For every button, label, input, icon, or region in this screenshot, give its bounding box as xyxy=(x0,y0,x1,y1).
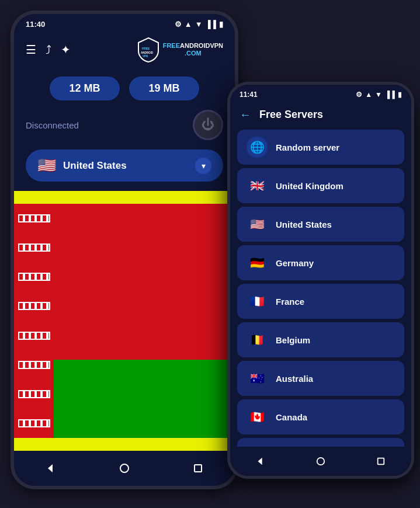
chevron-down-icon[interactable]: ▾ xyxy=(195,158,211,174)
logo-area: FREE ANDROID VPN FREEANDROIDVPN .COM xyxy=(137,37,223,62)
data-row: 12 MB 19 MB xyxy=(14,67,235,105)
server-item-uk[interactable]: 🇬🇧United Kingdom xyxy=(237,168,404,203)
ornament-2 xyxy=(18,243,50,252)
signal-icon-1: ▐▐ xyxy=(206,20,216,29)
server-name-uk: United Kingdom xyxy=(276,181,343,191)
settings-icon-1: ⚙ xyxy=(175,20,182,29)
server-name-ca: Canada xyxy=(276,412,307,422)
back-arrow[interactable]: ← xyxy=(239,108,251,121)
back-button-1[interactable] xyxy=(45,462,57,474)
status-icons-2: ⚙ ▲ ▼ ▐▐ ▮ xyxy=(356,91,402,99)
svg-text:ANDROID: ANDROID xyxy=(141,51,154,54)
server-flag-random: 🌐 xyxy=(247,137,268,158)
svg-point-7 xyxy=(317,458,324,465)
server-flag-be: 🇧🇪 xyxy=(247,329,268,350)
server-name-random: Random server xyxy=(276,142,339,152)
disconnect-label: Disconnected xyxy=(26,120,79,130)
server-name-au: Australia xyxy=(276,374,313,384)
server-item-de[interactable]: 🇩🇪Germany xyxy=(237,245,404,280)
status-bar-2: 11:41 ⚙ ▲ ▼ ▐▐ ▮ xyxy=(230,85,411,102)
server-name-fr: France xyxy=(276,297,304,307)
belarus-flag xyxy=(14,204,235,438)
power-icon: ⏻ xyxy=(202,117,214,133)
phone2-screen: 11:41 ⚙ ▲ ▼ ▐▐ ▮ ← Free Servers 🌐Random … xyxy=(230,85,411,476)
server-header: ← Free Servers xyxy=(230,102,411,130)
top-nav-1: ☰ ⤴ ✦ FREE ANDROID VPN FREEANDROIDVPN .C… xyxy=(14,32,235,67)
phone1-device: 11:40 ⚙ ▲ ▼ ▐▐ ▮ ☰ ⤴ ✦ FREE ANDROI xyxy=(11,11,238,489)
phone2-bottom-nav xyxy=(230,447,411,476)
wifi-icon-2: ▼ xyxy=(375,91,382,99)
ornament-8 xyxy=(18,419,50,427)
ornament-5 xyxy=(18,332,50,340)
selected-country-name: United States xyxy=(63,160,188,172)
disconnect-row: Disconnected ⏻ xyxy=(14,105,235,149)
svg-point-4 xyxy=(120,464,129,472)
selected-flag: 🇺🇸 xyxy=(37,156,56,175)
ornament-3 xyxy=(18,273,50,281)
svg-text:FREE: FREE xyxy=(142,47,150,50)
share-icon[interactable]: ⤴ xyxy=(46,43,51,57)
svg-text:VPN: VPN xyxy=(143,55,148,58)
time-2: 11:41 xyxy=(239,91,258,99)
server-name-us: United States xyxy=(276,220,332,229)
status-bar-1: 11:40 ⚙ ▲ ▼ ▐▐ ▮ xyxy=(14,14,235,32)
ornament-6 xyxy=(18,361,50,369)
server-flag-au: 🇦🇺 xyxy=(247,368,268,389)
star-icon[interactable]: ✦ xyxy=(61,43,71,57)
svg-marker-3 xyxy=(48,464,53,472)
server-item-be[interactable]: 🇧🇪Belgium xyxy=(237,322,404,357)
recent-button-2[interactable] xyxy=(375,455,387,467)
server-item-fr[interactable]: 🇫🇷France xyxy=(237,284,404,319)
server-name-be: Belgium xyxy=(276,335,310,345)
server-item-us[interactable]: 🇺🇸United States xyxy=(237,207,404,242)
server-flag-fr: 🇫🇷 xyxy=(247,291,268,312)
battery-icon-1: ▮ xyxy=(219,20,223,29)
svg-rect-5 xyxy=(195,465,202,472)
server-list: 🌐Random server🇬🇧United Kingdom🇺🇸United S… xyxy=(230,130,411,447)
flag-ornament-stripe xyxy=(14,204,54,438)
data-left-pill: 12 MB xyxy=(50,76,120,100)
server-item-nl[interactable]: 🇳🇱Netherlands xyxy=(237,438,404,447)
flag-bottom-stripe xyxy=(14,438,235,451)
menu-icon[interactable]: ☰ xyxy=(26,43,36,57)
server-flag-uk: 🇬🇧 xyxy=(247,175,268,196)
country-selector[interactable]: 🇺🇸 United States ▾ xyxy=(26,149,223,182)
server-flag-de: 🇩🇪 xyxy=(247,252,268,273)
battery-icon-2: ▮ xyxy=(398,91,402,99)
home-button-1[interactable] xyxy=(119,462,130,474)
nav-icons-1: ☰ ⤴ ✦ xyxy=(26,43,71,57)
back-button-2[interactable] xyxy=(255,455,266,467)
home-button-2[interactable] xyxy=(315,455,327,467)
alarm-icon-2: ▲ xyxy=(365,91,372,99)
server-flag-ca: 🇨🇦 xyxy=(247,406,268,427)
flag-top-stripe xyxy=(14,191,235,204)
wifi-icon-1: ▼ xyxy=(195,20,203,29)
server-flag-us: 🇺🇸 xyxy=(247,214,268,235)
shield-logo: FREE ANDROID VPN xyxy=(137,37,159,62)
ornament-4 xyxy=(18,302,50,310)
phone2-device: 11:41 ⚙ ▲ ▼ ▐▐ ▮ ← Free Servers 🌐Random … xyxy=(227,82,414,479)
server-name-de: Germany xyxy=(276,258,314,268)
phone1-screen: 11:40 ⚙ ▲ ▼ ▐▐ ▮ ☰ ⤴ ✦ FREE ANDROI xyxy=(14,14,235,486)
status-icons-1: ⚙ ▲ ▼ ▐▐ ▮ xyxy=(175,20,223,29)
time-1: 11:40 xyxy=(26,20,45,29)
server-item-au[interactable]: 🇦🇺Australia xyxy=(237,361,404,396)
server-title: Free Servers xyxy=(259,109,323,121)
svg-marker-6 xyxy=(258,458,262,465)
data-right-pill: 19 MB xyxy=(129,76,199,100)
svg-rect-8 xyxy=(378,458,384,465)
alarm-icon-1: ▲ xyxy=(185,20,192,29)
ornament-1 xyxy=(18,214,50,222)
logo-text: FREEANDROIDVPN .COM xyxy=(163,42,223,57)
signal-icon-2: ▐▐ xyxy=(385,91,395,99)
ornament-7 xyxy=(18,390,50,398)
power-button[interactable]: ⏻ xyxy=(193,110,223,140)
phone1-bottom-nav xyxy=(14,451,235,486)
server-item-ca[interactable]: 🇨🇦Canada xyxy=(237,399,404,434)
server-item-random[interactable]: 🌐Random server xyxy=(237,130,404,165)
settings-icon-2: ⚙ xyxy=(356,91,362,99)
recent-button-1[interactable] xyxy=(192,462,204,474)
